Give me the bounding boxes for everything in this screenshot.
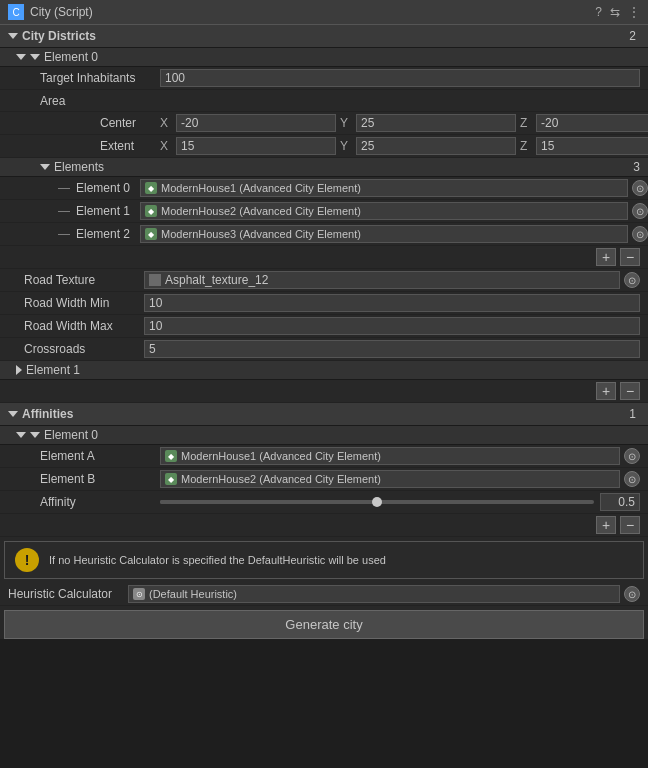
element0-collapse-icon xyxy=(16,54,26,60)
affinities-header[interactable]: Affinities 1 xyxy=(0,403,648,426)
element-b-select[interactable]: ⊙ xyxy=(624,471,640,487)
warning-text: If no Heuristic Calculator is specified … xyxy=(49,554,386,566)
element-item-2-ref[interactable]: ◆ ModernHouse3 (Advanced City Element) xyxy=(140,225,628,243)
window-title: City (Script) xyxy=(30,5,589,19)
element0-header[interactable]: Element 0 xyxy=(0,48,648,67)
heuristic-text: (Default Heuristic) xyxy=(149,588,615,600)
element-item-0: — Element 0 ◆ ModernHouse1 (Advanced Cit… xyxy=(0,177,648,200)
crossroads-input[interactable] xyxy=(144,340,640,358)
elements-badge: 3 xyxy=(633,160,640,174)
city-districts-badge: 2 xyxy=(625,29,640,43)
element-b-ref[interactable]: ◆ ModernHouse2 (Advanced City Element) xyxy=(160,470,620,488)
center-label: Center xyxy=(40,116,160,130)
road-width-max-input[interactable] xyxy=(144,317,640,335)
menu-icon[interactable]: ⋮ xyxy=(628,5,640,19)
element-a-ref[interactable]: ◆ ModernHouse1 (Advanced City Element) xyxy=(160,447,620,465)
road-width-max-row: Road Width Max xyxy=(0,315,648,338)
city-districts-header[interactable]: City Districts 2 xyxy=(0,25,648,48)
extent-y-label: Y xyxy=(340,139,352,153)
extent-label: Extent xyxy=(40,139,160,153)
affinities-add-remove: + − xyxy=(0,514,648,537)
element-item-1-ref[interactable]: ◆ ModernHouse2 (Advanced City Element) xyxy=(140,202,628,220)
affinities-add-button[interactable]: + xyxy=(596,516,616,534)
extent-fields: X Y Z xyxy=(160,137,648,155)
road-width-max-value[interactable] xyxy=(144,317,640,335)
center-z-input[interactable] xyxy=(536,114,648,132)
heuristic-ref[interactable]: ⊙ (Default Heuristic) xyxy=(128,585,620,603)
target-inhabitants-label: Target Inhabitants xyxy=(40,71,160,85)
elements-remove-button[interactable]: − xyxy=(620,248,640,266)
affinity-value-input[interactable] xyxy=(600,493,640,511)
affinity-slider-fill xyxy=(160,500,377,504)
element-item-2-label: Element 2 xyxy=(76,227,136,241)
element-ref-icon-1: ◆ xyxy=(145,205,157,217)
heuristic-select[interactable]: ⊙ xyxy=(624,586,640,602)
extent-x-input[interactable] xyxy=(176,137,336,155)
extent-z-input[interactable] xyxy=(536,137,648,155)
center-z-label: Z xyxy=(520,116,532,130)
settings-icon[interactable]: ⇆ xyxy=(610,5,620,19)
element-item-0-select[interactable]: ⊙ xyxy=(632,180,648,196)
element-ref-icon-0: ◆ xyxy=(145,182,157,194)
element0-label: Element 0 xyxy=(44,50,640,64)
districts-add-remove: + − xyxy=(0,380,648,403)
city-districts-label: City Districts xyxy=(22,29,625,43)
help-icon[interactable]: ? xyxy=(595,5,602,19)
element-ref-text-0: ModernHouse1 (Advanced City Element) xyxy=(161,182,623,194)
affinity-slider-container[interactable] xyxy=(160,493,640,511)
title-bar-actions: ? ⇆ ⋮ xyxy=(595,5,640,19)
element1-header[interactable]: Element 1 xyxy=(0,361,648,380)
center-y-label: Y xyxy=(340,116,352,130)
element0-sub-icon xyxy=(30,54,40,60)
dash-icon-1: — xyxy=(56,204,72,218)
road-texture-ref[interactable]: Asphalt_texture_12 xyxy=(144,271,620,289)
affinities-badge: 1 xyxy=(625,407,640,421)
element1-label: Element 1 xyxy=(26,363,640,377)
script-icon: C xyxy=(8,4,24,20)
texture-icon xyxy=(149,274,161,286)
element-a-select[interactable]: ⊙ xyxy=(624,448,640,464)
element-item-1-label: Element 1 xyxy=(76,204,136,218)
heuristic-calculator-label: Heuristic Calculator xyxy=(8,587,128,601)
affinity-slider-thumb[interactable] xyxy=(372,497,382,507)
affinity-slider-track[interactable] xyxy=(160,500,594,504)
target-inhabitants-value[interactable] xyxy=(160,69,640,87)
center-x-input[interactable] xyxy=(176,114,336,132)
road-texture-label: Road Texture xyxy=(24,273,144,287)
districts-add-button[interactable]: + xyxy=(596,382,616,400)
road-width-min-input[interactable] xyxy=(144,294,640,312)
extent-y-input[interactable] xyxy=(356,137,516,155)
element-item-0-label: Element 0 xyxy=(76,181,136,195)
affinity-slider-row: Affinity xyxy=(0,491,648,514)
generate-city-button[interactable]: Generate city xyxy=(4,610,644,639)
affinity-element0-header[interactable]: Element 0 xyxy=(0,426,648,445)
affinities-label: Affinities xyxy=(22,407,625,421)
element1-expand-icon xyxy=(16,365,22,375)
element-b-label: Element B xyxy=(40,472,160,486)
center-y-input[interactable] xyxy=(356,114,516,132)
elements-collapse-icon xyxy=(40,164,50,170)
crossroads-value[interactable] xyxy=(144,340,640,358)
title-bar: C City (Script) ? ⇆ ⋮ xyxy=(0,0,648,25)
extent-z-label: Z xyxy=(520,139,532,153)
districts-remove-button[interactable]: − xyxy=(620,382,640,400)
area-label: Area xyxy=(40,94,160,108)
element-item-2-select[interactable]: ⊙ xyxy=(632,226,648,242)
center-x-label: X xyxy=(160,116,172,130)
affinities-remove-button[interactable]: − xyxy=(620,516,640,534)
elements-sub-header[interactable]: Elements 3 xyxy=(0,158,648,177)
road-texture-value: Asphalt_texture_12 xyxy=(165,273,268,287)
road-width-min-value[interactable] xyxy=(144,294,640,312)
element-item-0-ref[interactable]: ◆ ModernHouse1 (Advanced City Element) xyxy=(140,179,628,197)
heuristic-icon: ⊙ xyxy=(133,588,145,600)
elements-add-button[interactable]: + xyxy=(596,248,616,266)
element-ref-icon-2: ◆ xyxy=(145,228,157,240)
road-texture-select[interactable]: ⊙ xyxy=(624,272,640,288)
element-item-1-select[interactable]: ⊙ xyxy=(632,203,648,219)
affinity-element0-sub-icon xyxy=(30,432,40,438)
element-a-label: Element A xyxy=(40,449,160,463)
affinities-collapse-icon xyxy=(8,411,18,417)
crossroads-row: Crossroads xyxy=(0,338,648,361)
target-inhabitants-input[interactable] xyxy=(160,69,640,87)
extent-x-label: X xyxy=(160,139,172,153)
